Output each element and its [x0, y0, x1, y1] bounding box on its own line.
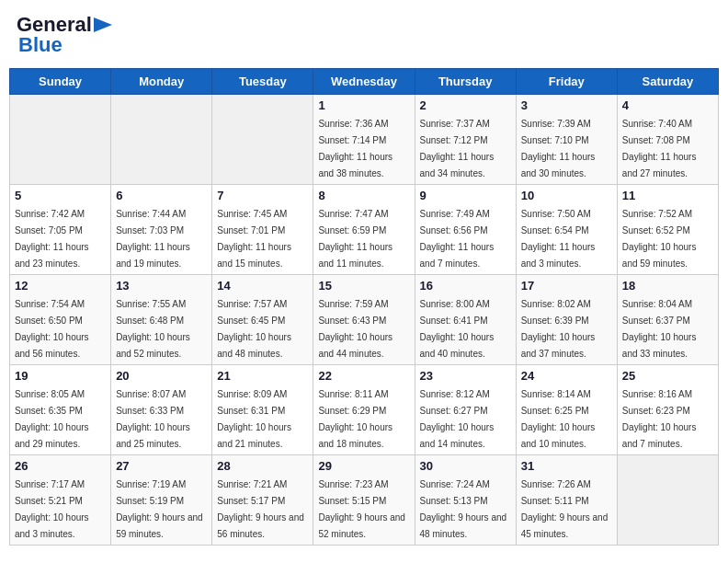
day-info: Sunrise: 7:50 AMSunset: 6:54 PMDaylight:… — [521, 209, 596, 269]
day-number: 15 — [318, 279, 409, 293]
calendar-week-row: 1 Sunrise: 7:36 AMSunset: 7:14 PMDayligh… — [10, 95, 719, 185]
calendar-day-cell: 24 Sunrise: 8:14 AMSunset: 6:25 PMDaylig… — [516, 365, 617, 455]
day-info: Sunrise: 7:45 AMSunset: 7:01 PMDaylight:… — [217, 209, 291, 269]
logo-blue: Blue — [18, 33, 63, 57]
calendar-day-cell: 4 Sunrise: 7:40 AMSunset: 7:08 PMDayligh… — [617, 95, 718, 185]
day-number: 7 — [217, 189, 308, 202]
calendar-day-cell: 27 Sunrise: 7:19 AMSunset: 5:19 PMDaylig… — [111, 455, 212, 546]
calendar-empty-cell — [212, 95, 313, 185]
day-info: Sunrise: 7:19 AMSunset: 5:19 PMDaylight:… — [116, 479, 203, 539]
calendar-day-cell: 1 Sunrise: 7:36 AMSunset: 7:14 PMDayligh… — [313, 95, 415, 185]
calendar-day-cell: 21 Sunrise: 8:09 AMSunset: 6:31 PMDaylig… — [212, 365, 313, 455]
calendar-week-row: 5 Sunrise: 7:42 AMSunset: 7:05 PMDayligh… — [10, 185, 719, 275]
day-number: 21 — [217, 369, 308, 383]
calendar-empty-cell — [617, 455, 718, 546]
day-header-tuesday: Tuesday — [212, 69, 313, 95]
day-number: 2 — [420, 98, 511, 112]
calendar-day-cell: 16 Sunrise: 8:00 AMSunset: 6:41 PMDaylig… — [415, 275, 516, 365]
day-number: 3 — [521, 98, 612, 112]
calendar-day-cell: 20 Sunrise: 8:07 AMSunset: 6:33 PMDaylig… — [111, 365, 212, 455]
calendar-day-cell: 22 Sunrise: 8:11 AMSunset: 6:29 PMDaylig… — [313, 365, 415, 455]
day-info: Sunrise: 8:02 AMSunset: 6:39 PMDaylight:… — [521, 299, 596, 359]
day-info: Sunrise: 8:04 AMSunset: 6:37 PMDaylight:… — [622, 299, 697, 359]
calendar-day-cell: 29 Sunrise: 7:23 AMSunset: 5:15 PMDaylig… — [313, 455, 415, 546]
day-header-sunday: Sunday — [10, 69, 111, 95]
calendar-empty-cell — [10, 95, 111, 185]
day-number: 30 — [420, 459, 511, 473]
day-number: 8 — [318, 189, 409, 202]
calendar-day-cell: 15 Sunrise: 7:59 AMSunset: 6:43 PMDaylig… — [313, 275, 415, 365]
calendar-day-cell: 26 Sunrise: 7:17 AMSunset: 5:21 PMDaylig… — [10, 455, 111, 546]
day-info: Sunrise: 8:12 AMSunset: 6:27 PMDaylight:… — [420, 389, 495, 449]
day-number: 24 — [521, 369, 612, 383]
day-info: Sunrise: 7:44 AMSunset: 7:03 PMDaylight:… — [116, 209, 190, 269]
page-header: General Blue — [9, 9, 719, 61]
day-info: Sunrise: 7:37 AMSunset: 7:12 PMDaylight:… — [420, 119, 495, 178]
calendar-day-cell: 28 Sunrise: 7:21 AMSunset: 5:17 PMDaylig… — [212, 455, 313, 546]
calendar-table: SundayMondayTuesdayWednesdayThursdayFrid… — [9, 68, 719, 546]
logo-arrow-icon — [94, 17, 112, 32]
day-info: Sunrise: 7:26 AMSunset: 5:11 PMDaylight:… — [521, 479, 609, 539]
day-number: 10 — [521, 189, 612, 202]
day-number: 12 — [15, 279, 106, 293]
day-info: Sunrise: 7:57 AMSunset: 6:45 PMDaylight:… — [217, 299, 291, 359]
day-number: 18 — [622, 279, 713, 293]
day-info: Sunrise: 7:42 AMSunset: 7:05 PMDaylight:… — [15, 209, 89, 269]
day-number: 26 — [15, 459, 106, 473]
day-header-saturday: Saturday — [617, 69, 718, 95]
day-number: 1 — [318, 98, 409, 112]
calendar-day-cell: 12 Sunrise: 7:54 AMSunset: 6:50 PMDaylig… — [10, 275, 111, 365]
day-info: Sunrise: 7:36 AMSunset: 7:14 PMDaylight:… — [318, 119, 392, 178]
day-number: 22 — [318, 369, 409, 383]
calendar-week-row: 26 Sunrise: 7:17 AMSunset: 5:21 PMDaylig… — [10, 455, 719, 546]
calendar-day-cell: 31 Sunrise: 7:26 AMSunset: 5:11 PMDaylig… — [516, 455, 617, 546]
calendar-day-cell: 14 Sunrise: 7:57 AMSunset: 6:45 PMDaylig… — [212, 275, 313, 365]
day-number: 19 — [15, 369, 106, 383]
day-header-thursday: Thursday — [415, 69, 516, 95]
day-info: Sunrise: 7:52 AMSunset: 6:52 PMDaylight:… — [622, 209, 697, 269]
calendar-day-cell: 19 Sunrise: 8:05 AMSunset: 6:35 PMDaylig… — [10, 365, 111, 455]
day-info: Sunrise: 8:14 AMSunset: 6:25 PMDaylight:… — [521, 389, 596, 449]
day-info: Sunrise: 8:05 AMSunset: 6:35 PMDaylight:… — [15, 389, 89, 449]
day-info: Sunrise: 8:16 AMSunset: 6:23 PMDaylight:… — [622, 389, 697, 449]
day-info: Sunrise: 7:49 AMSunset: 6:56 PMDaylight:… — [420, 209, 495, 269]
day-number: 28 — [217, 459, 308, 473]
calendar-header-row: SundayMondayTuesdayWednesdayThursdayFrid… — [10, 69, 719, 95]
calendar-day-cell: 5 Sunrise: 7:42 AMSunset: 7:05 PMDayligh… — [10, 185, 111, 275]
day-number: 27 — [116, 459, 207, 473]
calendar-day-cell: 11 Sunrise: 7:52 AMSunset: 6:52 PMDaylig… — [617, 185, 718, 275]
day-info: Sunrise: 7:39 AMSunset: 7:10 PMDaylight:… — [521, 119, 596, 178]
calendar-week-row: 12 Sunrise: 7:54 AMSunset: 6:50 PMDaylig… — [10, 275, 719, 365]
calendar-day-cell: 25 Sunrise: 8:16 AMSunset: 6:23 PMDaylig… — [617, 365, 718, 455]
calendar-day-cell: 6 Sunrise: 7:44 AMSunset: 7:03 PMDayligh… — [111, 185, 212, 275]
day-info: Sunrise: 8:11 AMSunset: 6:29 PMDaylight:… — [318, 389, 392, 449]
calendar-day-cell: 9 Sunrise: 7:49 AMSunset: 6:56 PMDayligh… — [415, 185, 516, 275]
calendar-day-cell: 30 Sunrise: 7:24 AMSunset: 5:13 PMDaylig… — [415, 455, 516, 546]
calendar-day-cell: 2 Sunrise: 7:37 AMSunset: 7:12 PMDayligh… — [415, 95, 516, 185]
calendar-day-cell: 23 Sunrise: 8:12 AMSunset: 6:27 PMDaylig… — [415, 365, 516, 455]
calendar-day-cell: 17 Sunrise: 8:02 AMSunset: 6:39 PMDaylig… — [516, 275, 617, 365]
day-number: 17 — [521, 279, 612, 293]
day-number: 9 — [420, 189, 511, 202]
day-info: Sunrise: 7:23 AMSunset: 5:15 PMDaylight:… — [318, 479, 405, 539]
day-info: Sunrise: 8:09 AMSunset: 6:31 PMDaylight:… — [217, 389, 291, 449]
day-number: 31 — [521, 459, 612, 473]
calendar-day-cell: 7 Sunrise: 7:45 AMSunset: 7:01 PMDayligh… — [212, 185, 313, 275]
day-number: 6 — [116, 189, 207, 202]
day-info: Sunrise: 7:17 AMSunset: 5:21 PMDaylight:… — [15, 479, 89, 539]
calendar-day-cell: 10 Sunrise: 7:50 AMSunset: 6:54 PMDaylig… — [516, 185, 617, 275]
day-number: 23 — [420, 369, 511, 383]
day-header-wednesday: Wednesday — [313, 69, 415, 95]
day-info: Sunrise: 7:47 AMSunset: 6:59 PMDaylight:… — [318, 209, 392, 269]
day-number: 25 — [622, 369, 713, 383]
day-header-monday: Monday — [111, 69, 212, 95]
calendar-day-cell: 13 Sunrise: 7:55 AMSunset: 6:48 PMDaylig… — [111, 275, 212, 365]
day-info: Sunrise: 7:24 AMSunset: 5:13 PMDaylight:… — [420, 479, 507, 539]
day-number: 13 — [116, 279, 207, 293]
calendar-week-row: 19 Sunrise: 8:05 AMSunset: 6:35 PMDaylig… — [10, 365, 719, 455]
day-info: Sunrise: 7:40 AMSunset: 7:08 PMDaylight:… — [622, 119, 697, 178]
day-number: 16 — [420, 279, 511, 293]
logo: General Blue — [17, 13, 112, 57]
day-info: Sunrise: 8:00 AMSunset: 6:41 PMDaylight:… — [420, 299, 495, 359]
day-info: Sunrise: 7:55 AMSunset: 6:48 PMDaylight:… — [116, 299, 190, 359]
